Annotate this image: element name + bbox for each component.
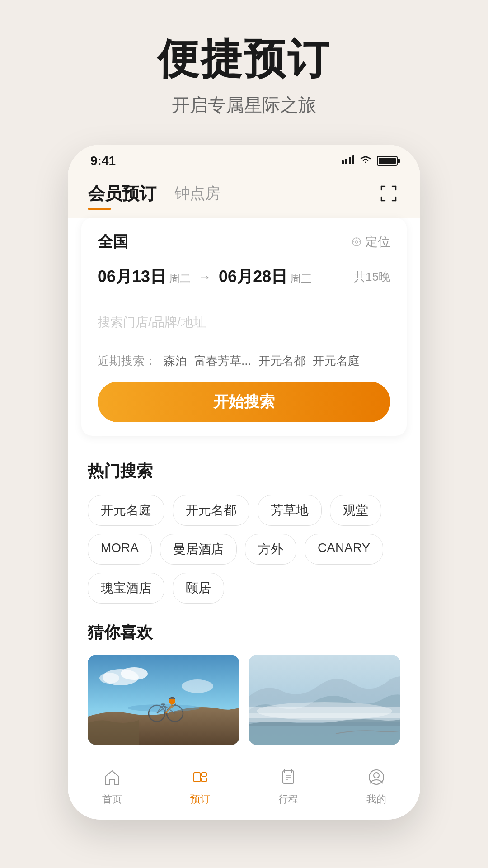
svg-rect-37 (202, 778, 206, 782)
hot-tag-0[interactable]: 开元名庭 (88, 495, 164, 526)
svg-rect-3 (352, 155, 354, 164)
hot-tag-2[interactable]: 芳草地 (258, 495, 322, 526)
date-start-section: 06月13日 周二 (98, 266, 191, 288)
recommend-title: 猜你喜欢 (88, 622, 400, 644)
date-start-day: 周二 (169, 271, 191, 286)
nav-item-booking[interactable]: 预订 (188, 765, 212, 806)
battery-icon (377, 156, 398, 166)
itinerary-icon (277, 765, 300, 789)
date-end-section: 06月28日 周三 (219, 266, 312, 288)
nav-item-itinerary[interactable]: 行程 (277, 765, 300, 806)
recommend-card-1[interactable] (88, 655, 239, 745)
svg-rect-2 (349, 157, 351, 164)
search-card: 全国 定位 06月13日 周二 → (81, 218, 407, 436)
svg-point-34 (257, 702, 392, 720)
location-row: 全国 定位 (98, 231, 390, 252)
recent-tag-4[interactable]: 开元名庭 (313, 353, 360, 369)
svg-rect-36 (202, 773, 206, 776)
hot-search-section: 热门搜索 开元名庭开元名都芳草地观堂MORA曼居酒店方外CANARY瑰宝酒店颐居 (68, 447, 420, 604)
page-header: 便捷预订 开启专属星际之旅 (0, 0, 488, 136)
scan-icon[interactable] (377, 182, 400, 205)
recommend-card-2[interactable] (249, 655, 400, 745)
page-title: 便捷预订 (27, 36, 461, 82)
nav-label-booking: 预订 (190, 793, 210, 806)
hot-search-tags: 开元名庭开元名都芳草地观堂MORA曼居酒店方外CANARY瑰宝酒店颐居 (88, 495, 400, 604)
status-time: 9:41 (90, 154, 116, 168)
status-icons (342, 155, 398, 167)
svg-rect-33 (249, 726, 400, 745)
date-end-day: 周三 (290, 271, 312, 286)
nav-item-home[interactable]: 首页 (100, 765, 124, 806)
svg-point-5 (355, 241, 358, 243)
date-row[interactable]: 06月13日 周二 → 06月28日 周三 共15晚 (98, 266, 390, 301)
nav-label-profile: 我的 (366, 793, 386, 806)
svg-point-14 (182, 679, 213, 693)
location-text[interactable]: 全国 (98, 231, 128, 252)
hot-search-title: 热门搜索 (88, 460, 400, 482)
home-icon (100, 765, 124, 789)
date-start: 06月13日 (98, 266, 166, 288)
header-tabs: 会员预订 钟点房 (88, 182, 221, 205)
recent-searches: 近期搜索： 森泊 富春芳草... 开元名都 开元名庭 (98, 353, 390, 369)
location-label: 定位 (365, 233, 390, 250)
hot-tag-1[interactable]: 开元名都 (173, 495, 249, 526)
recent-label: 近期搜索： (98, 353, 156, 369)
recent-tag-1[interactable]: 森泊 (164, 353, 187, 369)
recommend-cards (88, 655, 400, 745)
bottom-nav: 首页 预订 (68, 756, 420, 820)
nights-count: 共15晚 (354, 269, 390, 285)
hot-tag-8[interactable]: 瑰宝酒店 (88, 573, 164, 604)
search-input-row[interactable]: 搜索门店/品牌/地址 (98, 314, 390, 342)
hot-tag-9[interactable]: 颐居 (173, 573, 224, 604)
nav-label-home: 首页 (102, 793, 122, 806)
svg-point-40 (374, 773, 379, 778)
phone-mockup: 9:41 (68, 145, 420, 820)
hot-tag-3[interactable]: 观堂 (330, 495, 381, 526)
profile-icon (365, 765, 388, 789)
nav-label-itinerary: 行程 (278, 793, 298, 806)
search-button[interactable]: 开始搜索 (98, 382, 390, 422)
wifi-icon (360, 155, 371, 167)
signal-icon (342, 155, 354, 167)
recommendations-section: 猜你喜欢 (68, 617, 420, 745)
hot-tag-4[interactable]: MORA (88, 534, 152, 565)
hot-tag-7[interactable]: CANARY (305, 534, 383, 565)
status-bar: 9:41 (68, 145, 420, 173)
svg-rect-38 (283, 771, 294, 783)
recent-tag-3[interactable]: 开元名都 (258, 353, 305, 369)
svg-point-13 (99, 673, 119, 684)
svg-rect-0 (342, 160, 344, 164)
tab-hourly-room[interactable]: 钟点房 (174, 183, 221, 204)
svg-point-12 (121, 667, 148, 680)
booking-icon (188, 765, 212, 789)
svg-rect-1 (345, 159, 347, 164)
tab-member-booking[interactable]: 会员预订 (88, 182, 156, 205)
location-button[interactable]: 定位 (352, 233, 390, 250)
search-placeholder: 搜索门店/品牌/地址 (98, 314, 206, 331)
date-arrow: → (198, 269, 211, 285)
hot-tag-6[interactable]: 方外 (245, 534, 296, 565)
svg-point-29 (127, 704, 200, 712)
date-end: 06月28日 (219, 266, 287, 288)
svg-rect-35 (194, 773, 200, 782)
app-header: 会员预订 钟点房 (68, 173, 420, 218)
hot-tag-5[interactable]: 曼居酒店 (160, 534, 237, 565)
nav-item-profile[interactable]: 我的 (365, 765, 388, 806)
page-subtitle: 开启专属星际之旅 (27, 93, 461, 118)
search-btn-label: 开始搜索 (213, 392, 275, 412)
recent-tag-2[interactable]: 富春芳草... (194, 353, 251, 369)
